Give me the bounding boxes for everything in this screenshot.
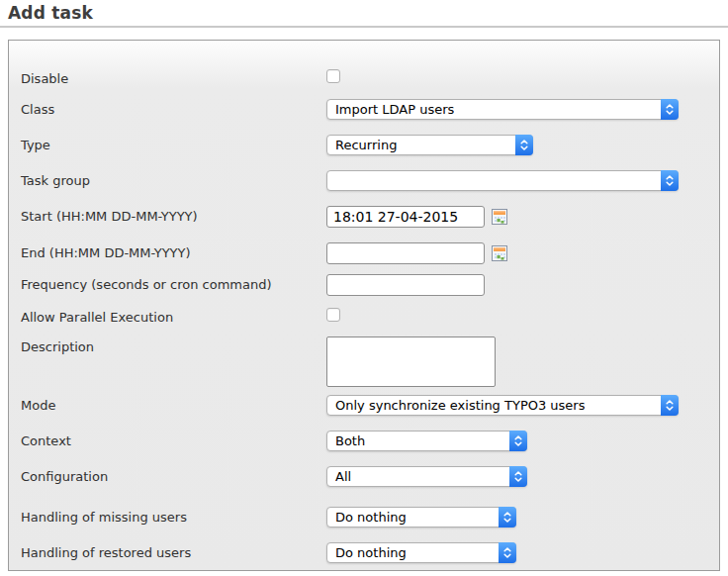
chevron-up-down-icon xyxy=(661,170,679,191)
form-row-configuration: Configuration All xyxy=(21,466,719,487)
field-label: Class xyxy=(21,99,326,117)
field-label: Context xyxy=(21,431,326,448)
configuration-select[interactable]: All xyxy=(326,466,527,487)
chevron-up-down-icon xyxy=(499,542,516,563)
field-label: Mode xyxy=(21,395,326,413)
chevron-up-down-icon xyxy=(515,135,533,155)
start-date-input[interactable] xyxy=(326,206,485,228)
end-date-input[interactable] xyxy=(326,242,485,264)
disable-checkbox[interactable] xyxy=(326,69,340,83)
calendar-icon[interactable] xyxy=(492,245,507,261)
select-value: Import LDAP users xyxy=(335,102,454,117)
description-textarea[interactable] xyxy=(326,336,496,387)
field-label: Description xyxy=(21,336,326,354)
chevron-up-down-icon xyxy=(661,99,679,120)
field-label: Allow Parallel Execution xyxy=(21,307,326,325)
field-label: Handling of missing users xyxy=(21,507,326,525)
chevron-up-down-icon xyxy=(509,431,527,451)
field-label: Disable xyxy=(21,68,326,86)
field-label: Frequency (seconds or cron command) xyxy=(21,274,326,292)
field-label: End (HH:MM DD-MM-YYYY) xyxy=(21,242,326,260)
select-value: All xyxy=(335,469,351,484)
context-select[interactable]: Both xyxy=(326,431,527,451)
chevron-up-down-icon xyxy=(661,395,679,416)
select-value: Both xyxy=(335,433,365,448)
form-row-frequency: Frequency (seconds or cron command) xyxy=(21,274,719,296)
form-row-missing-users: Handling of missing users Do nothing xyxy=(21,507,719,528)
field-label: Task group xyxy=(21,170,326,188)
form-row-class: Class Import LDAP users xyxy=(21,99,719,120)
chevron-up-down-icon xyxy=(499,507,516,528)
form-row-task-group: Task group xyxy=(21,170,719,191)
field-label: Type xyxy=(21,135,326,152)
form-row-allow-parallel: Allow Parallel Execution xyxy=(21,307,719,325)
form-row-restored-users: Handling of restored users Do nothing xyxy=(21,542,719,563)
form-row-mode: Mode Only synchronize existing TYPO3 use… xyxy=(21,395,719,416)
title-divider xyxy=(0,26,728,28)
form-row-start: Start (HH:MM DD-MM-YYYY) xyxy=(21,206,719,228)
type-select[interactable]: Recurring xyxy=(326,135,533,155)
mode-select[interactable]: Only synchronize existing TYPO3 users xyxy=(326,395,679,416)
field-label: Handling of restored users xyxy=(21,542,326,560)
page-title: Add task xyxy=(8,5,728,21)
form-row-end: End (HH:MM DD-MM-YYYY) xyxy=(21,242,719,264)
missing-users-select[interactable]: Do nothing xyxy=(326,507,516,528)
form-row-description: Description xyxy=(21,336,719,387)
select-value: Do nothing xyxy=(335,545,407,560)
chevron-up-down-icon xyxy=(509,466,527,487)
select-value: Recurring xyxy=(335,138,397,152)
calendar-icon[interactable] xyxy=(492,209,507,225)
allow-parallel-checkbox[interactable] xyxy=(326,308,340,322)
task-group-select[interactable] xyxy=(326,170,679,191)
restored-users-select[interactable]: Do nothing xyxy=(326,542,516,563)
select-value: Do nothing xyxy=(335,510,407,525)
form-row-type: Type Recurring xyxy=(21,135,719,155)
form-row-context: Context Both xyxy=(21,431,719,451)
class-select[interactable]: Import LDAP users xyxy=(326,99,679,120)
form-row-disable: Disable xyxy=(21,68,719,86)
field-label: Configuration xyxy=(21,466,326,484)
frequency-input[interactable] xyxy=(326,274,485,296)
field-label: Start (HH:MM DD-MM-YYYY) xyxy=(21,206,326,224)
select-value: Only synchronize existing TYPO3 users xyxy=(335,398,585,413)
add-task-form-panel: Disable Class Import LDAP users Type Rec… xyxy=(8,40,720,571)
